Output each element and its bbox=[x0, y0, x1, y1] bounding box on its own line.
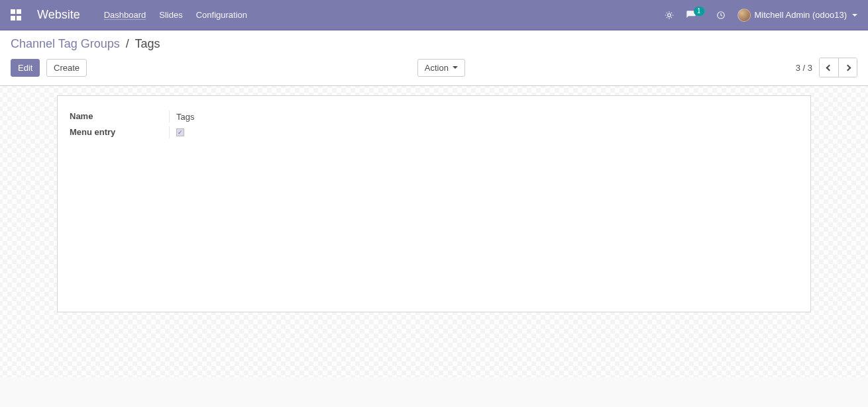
pager-prev[interactable] bbox=[820, 58, 838, 77]
field-name-label: Name bbox=[70, 111, 169, 121]
control-panel-bottom: Edit Create Action 3 / 3 bbox=[11, 58, 857, 77]
user-menu[interactable]: Mitchell Admin (odoo13) bbox=[737, 9, 857, 22]
app-brand[interactable]: Website bbox=[37, 8, 80, 22]
chevron-down-icon bbox=[453, 66, 458, 69]
pager-next[interactable] bbox=[838, 58, 857, 77]
form-sheet: Name Tags Menu entry ✓ bbox=[57, 95, 811, 312]
debug-icon[interactable] bbox=[665, 11, 674, 20]
svg-point-0 bbox=[668, 13, 671, 17]
checkbox-checked-icon: ✓ bbox=[176, 128, 184, 136]
breadcrumb: Channel Tag Groups / Tags bbox=[11, 37, 857, 51]
field-name-row: Name Tags bbox=[70, 111, 798, 122]
action-label: Action bbox=[425, 63, 449, 73]
avatar bbox=[737, 9, 751, 22]
pager-text[interactable]: 3 / 3 bbox=[796, 63, 812, 73]
conversations-icon[interactable]: 1 bbox=[686, 10, 704, 21]
action-dropdown[interactable]: Action bbox=[417, 59, 465, 77]
user-name: Mitchell Admin (odoo13) bbox=[755, 10, 847, 20]
cp-right: 3 / 3 bbox=[796, 58, 857, 77]
field-name-value: Tags bbox=[169, 111, 194, 122]
footer-space bbox=[0, 377, 868, 407]
breadcrumb-current: Tags bbox=[135, 37, 160, 50]
breadcrumb-separator: / bbox=[126, 37, 129, 50]
chevron-left-icon bbox=[826, 64, 832, 71]
chevron-down-icon bbox=[852, 14, 857, 17]
cp-center: Action bbox=[417, 59, 465, 77]
breadcrumb-parent[interactable]: Channel Tag Groups bbox=[11, 37, 120, 50]
nav-configuration[interactable]: Configuration bbox=[196, 10, 247, 20]
content-area: Name Tags Menu entry ✓ bbox=[0, 86, 868, 377]
activities-icon[interactable] bbox=[716, 11, 726, 20]
field-menu-row: Menu entry ✓ bbox=[70, 126, 798, 138]
nav-menu: Dashboard Slides Configuration bbox=[104, 10, 247, 20]
apps-icon[interactable] bbox=[11, 9, 23, 21]
chevron-right-icon bbox=[845, 64, 851, 71]
field-menu-value: ✓ bbox=[169, 126, 184, 138]
nav-right: 1 Mitchell Admin (odoo13) bbox=[665, 9, 857, 22]
main-navbar: Website Dashboard Slides Configuration 1… bbox=[0, 0, 868, 30]
pager-buttons bbox=[819, 58, 857, 77]
create-button[interactable]: Create bbox=[46, 59, 87, 77]
edit-button[interactable]: Edit bbox=[11, 59, 40, 77]
field-menu-label: Menu entry bbox=[70, 126, 169, 137]
nav-slides[interactable]: Slides bbox=[159, 10, 182, 20]
conversations-badge: 1 bbox=[694, 7, 704, 16]
cp-left-buttons: Edit Create bbox=[11, 59, 87, 77]
nav-dashboard[interactable]: Dashboard bbox=[104, 10, 146, 20]
control-panel: Channel Tag Groups / Tags Edit Create Ac… bbox=[0, 30, 868, 86]
